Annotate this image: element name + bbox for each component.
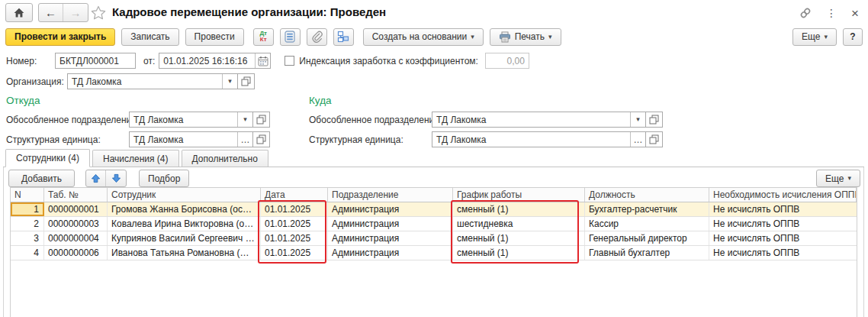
cell-oppv[interactable]: Не исчислять ОППВ xyxy=(709,231,857,245)
print-label: Печать xyxy=(515,31,545,42)
move-row-down-button[interactable] xyxy=(106,170,126,186)
cell-position[interactable]: Главный бухгалтер xyxy=(585,246,709,260)
add-row-button[interactable]: Добавить xyxy=(8,170,75,187)
cell-date[interactable]: 01.01.2025 xyxy=(261,231,328,245)
grid-more-button[interactable]: Еще ▾ xyxy=(816,170,860,187)
cell-division[interactable]: Администрация xyxy=(328,202,453,216)
from-division-input-group: ТД Лакомка ▾ xyxy=(129,112,253,128)
close-icon[interactable]: × xyxy=(847,6,863,20)
column-header-schedule[interactable]: График работы xyxy=(453,188,585,202)
table-header-row: N Таб. № Сотрудник Дата Подразделение Гр… xyxy=(11,188,857,202)
number-input[interactable]: БКТДЛ000001 xyxy=(55,53,136,69)
cell-employee[interactable]: Ковалева Ирина Викторовна (о… xyxy=(108,217,261,231)
cell-oppv[interactable]: Не исчислять ОППВ xyxy=(709,246,857,260)
cell-schedule[interactable]: сменный (1) xyxy=(453,202,585,216)
cell-division[interactable]: Администрация xyxy=(328,231,453,245)
cell-oppv[interactable]: Не исчислять ОППВ xyxy=(709,217,857,231)
cell-schedule[interactable]: сменный (1) xyxy=(453,246,585,260)
organization-dropdown-button[interactable]: ▾ xyxy=(222,74,237,89)
cell-n[interactable]: 4 xyxy=(11,246,44,260)
help-button[interactable]: ? xyxy=(843,28,863,46)
move-row-up-button[interactable] xyxy=(86,170,106,186)
cell-oppv[interactable]: Не исчислять ОППВ xyxy=(709,202,857,216)
cell-position[interactable]: Кассир xyxy=(585,217,709,231)
column-header-n[interactable]: N xyxy=(11,188,44,202)
pick-button[interactable]: Подбор xyxy=(139,170,189,187)
arrow-up-icon xyxy=(91,173,101,183)
table-row[interactable]: 3 0000000004 Куприянов Василий Сергеевич… xyxy=(11,231,857,246)
cell-date[interactable]: 01.01.2025 xyxy=(261,217,328,231)
document-movements-button[interactable] xyxy=(280,28,301,46)
column-header-oppv[interactable]: Необходимость исчисления ОППВ xyxy=(709,188,857,202)
cell-tab-no[interactable]: 0000000003 xyxy=(44,217,108,231)
to-division-open-button[interactable] xyxy=(646,112,663,128)
back-button[interactable]: ← xyxy=(39,4,63,21)
forward-button[interactable]: → xyxy=(63,4,88,21)
table-row[interactable]: 4 0000000006 Иванова Татьяна Романовна (… xyxy=(11,246,857,260)
from-division-dropdown-button[interactable]: ▾ xyxy=(237,112,252,127)
post-button[interactable]: Провести xyxy=(185,28,244,46)
related-documents-button[interactable] xyxy=(333,28,354,46)
get-link-icon[interactable] xyxy=(798,6,813,20)
cell-division[interactable]: Администрация xyxy=(328,246,453,260)
cell-n[interactable]: 2 xyxy=(11,217,44,231)
cell-tab-no[interactable]: 0000000006 xyxy=(44,246,108,260)
cell-employee[interactable]: Иванова Татьяна Романовна (… xyxy=(108,246,261,260)
organization-input[interactable]: ТД Лакомка xyxy=(68,74,222,89)
from-unit-open-button[interactable] xyxy=(253,131,270,147)
to-unit-input[interactable]: ТД Лакомка xyxy=(432,132,630,147)
from-unit-input-group: ТД Лакомка … xyxy=(129,131,253,147)
cell-employee[interactable]: Громова Жанна Борисовна (ос… xyxy=(108,202,261,216)
chevron-down-icon: ▾ xyxy=(471,34,474,40)
cell-date[interactable]: 01.01.2025 xyxy=(261,202,328,216)
cell-schedule[interactable]: сменный (1) xyxy=(453,231,585,245)
from-division-input[interactable]: ТД Лакомка xyxy=(130,112,237,127)
from-unit-ellipsis-button[interactable]: … xyxy=(237,132,252,147)
tab-additional[interactable]: Дополнительно xyxy=(182,150,268,167)
cell-tab-no[interactable]: 0000000004 xyxy=(44,231,108,245)
to-division-dropdown-button[interactable]: ▾ xyxy=(630,112,645,127)
dt-kt-postings-button[interactable]: ДтКт xyxy=(253,28,274,46)
to-unit-label: Структурная единица: xyxy=(309,134,432,145)
home-button[interactable] xyxy=(5,3,33,22)
cell-date[interactable]: 01.01.2025 xyxy=(261,246,328,260)
organization-open-button[interactable] xyxy=(238,73,255,89)
cell-employee[interactable]: Куприянов Василий Сергеевич … xyxy=(108,231,261,245)
from-unit-input[interactable]: ТД Лакомка xyxy=(130,132,237,147)
column-header-employee[interactable]: Сотрудник xyxy=(108,188,261,202)
tab-employees[interactable]: Сотрудники (4) xyxy=(5,149,90,167)
column-header-division[interactable]: Подразделение xyxy=(328,188,453,202)
related-documents-icon xyxy=(337,31,349,43)
table-row[interactable]: 1 0000000001 Громова Жанна Борисовна (ос… xyxy=(11,202,857,217)
column-header-position[interactable]: Должность xyxy=(585,188,709,202)
date-input[interactable]: 01.01.2025 16:16:16 xyxy=(159,53,255,68)
tab-accruals[interactable]: Начисления (4) xyxy=(92,150,179,167)
cell-position[interactable]: Бухгалтер-расчетчик xyxy=(585,202,709,216)
cell-n[interactable]: 1 xyxy=(11,202,44,216)
move-row-group xyxy=(85,170,127,187)
indexation-checkbox[interactable] xyxy=(285,56,294,66)
to-division-input[interactable]: ТД Лакомка xyxy=(432,112,630,127)
cell-schedule[interactable]: шестидневка xyxy=(453,217,585,231)
calendar-button[interactable] xyxy=(255,53,270,68)
cell-n[interactable]: 3 xyxy=(11,231,44,245)
to-unit-ellipsis-button[interactable]: … xyxy=(630,132,645,147)
print-button[interactable]: Печать ▾ xyxy=(490,28,561,46)
column-header-tab-no[interactable]: Таб. № xyxy=(44,188,108,202)
attachments-button[interactable] xyxy=(307,28,327,46)
write-button[interactable]: Записать xyxy=(121,28,178,46)
post-and-close-button[interactable]: Провести и закрыть xyxy=(5,28,115,46)
create-based-on-button[interactable]: Создать на основании ▾ xyxy=(363,28,484,46)
to-unit-open-button[interactable] xyxy=(646,131,663,147)
cell-tab-no[interactable]: 0000000001 xyxy=(44,202,108,216)
column-header-date[interactable]: Дата xyxy=(261,188,328,202)
cell-division[interactable]: Администрация xyxy=(328,217,453,231)
chevron-down-icon: ▾ xyxy=(548,34,552,40)
more-button[interactable]: Еще ▾ xyxy=(792,28,837,46)
kebab-menu-icon[interactable]: ⋮ xyxy=(824,6,839,20)
cell-position[interactable]: Генеральный директор xyxy=(585,231,709,245)
from-division-open-button[interactable] xyxy=(253,112,270,128)
favorite-star-icon[interactable] xyxy=(91,5,106,20)
indexation-coefficient-input[interactable]: 0,00 xyxy=(485,53,529,69)
table-row[interactable]: 2 0000000003 Ковалева Ирина Викторовна (… xyxy=(11,217,857,231)
